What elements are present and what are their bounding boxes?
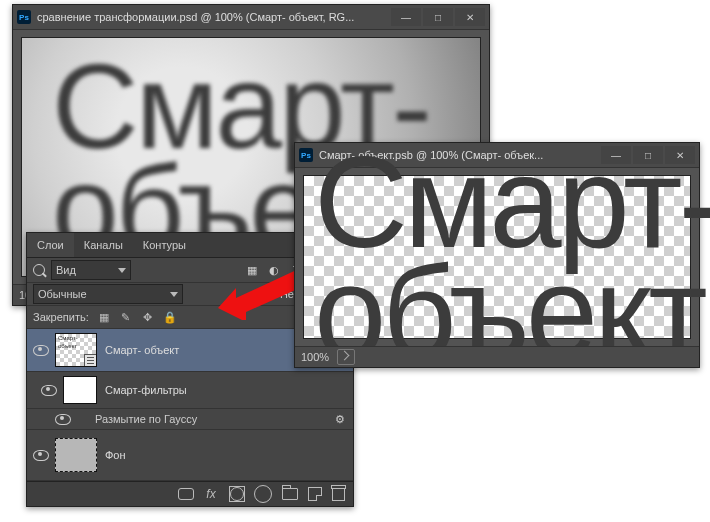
titlebar-main[interactable]: Ps сравнение трансформации.psd @ 100% (С…	[13, 5, 489, 30]
new-layer-icon[interactable]	[308, 487, 322, 501]
visibility-eye-icon[interactable]	[33, 345, 49, 356]
search-icon[interactable]	[33, 264, 45, 276]
delete-layer-icon[interactable]	[332, 488, 345, 501]
visibility-eye-icon[interactable]	[41, 385, 57, 396]
filter-pixel-icon[interactable]: ▦	[245, 263, 259, 277]
layer-smart-filters[interactable]: Смарт-фильтры	[27, 372, 353, 409]
lock-all-icon[interactable]: 🔒	[163, 310, 177, 324]
layer-name[interactable]: Фон	[105, 449, 126, 461]
adjustment-layer-icon[interactable]	[254, 485, 272, 503]
maximize-button[interactable]: □	[423, 8, 453, 26]
visibility-eye-icon[interactable]	[33, 450, 49, 461]
share-icon[interactable]	[337, 349, 355, 365]
panel-footer: fx	[27, 481, 353, 506]
fx-icon[interactable]: fx	[204, 486, 220, 502]
layer-thumbnail[interactable]	[55, 438, 97, 472]
minimize-button[interactable]: —	[391, 8, 421, 26]
blend-mode-value: Обычные	[38, 288, 87, 300]
layer-thumbnail[interactable]: Смарт- объект	[55, 333, 97, 367]
filter-settings-icon[interactable]: ⚙	[333, 412, 347, 426]
tab-layers[interactable]: Слои	[27, 233, 74, 257]
chevron-down-icon	[118, 268, 126, 273]
zoom-value[interactable]: 100%	[301, 351, 329, 363]
filter-adjust-icon[interactable]: ◐	[267, 263, 281, 277]
filter-type-select[interactable]: Вид	[51, 260, 131, 280]
filter-mask-thumbnail[interactable]	[63, 376, 97, 404]
smart-filters-label: Смарт-фильтры	[105, 384, 187, 396]
filter-item-row[interactable]: Размытие по Гауссу ⚙	[27, 409, 353, 430]
layer-name[interactable]: Смарт- объект	[105, 344, 179, 356]
lock-paint-icon[interactable]: ✎	[119, 310, 133, 324]
layer-background[interactable]: Фон	[27, 430, 353, 481]
title-text-main: сравнение трансформации.psd @ 100% (Смар…	[37, 11, 389, 23]
filter-item-name: Размытие по Гауссу	[95, 413, 197, 425]
lock-transparency-icon[interactable]: ▦	[97, 310, 111, 324]
visibility-eye-icon[interactable]	[55, 414, 71, 425]
lock-position-icon[interactable]: ✥	[141, 310, 155, 324]
filter-type-label: Вид	[56, 264, 76, 276]
close-button[interactable]: ✕	[455, 8, 485, 26]
group-icon[interactable]	[282, 488, 298, 500]
link-layers-icon[interactable]	[178, 488, 194, 500]
window-smart-object: Ps Смарт- объект.psb @ 100% (Смарт- объе…	[294, 142, 700, 368]
photoshop-icon: Ps	[299, 148, 313, 162]
photoshop-icon: Ps	[17, 10, 31, 24]
statusbar-smart: 100%	[295, 346, 699, 367]
mask-icon[interactable]	[230, 487, 244, 501]
blend-mode-select[interactable]: Обычные	[33, 284, 183, 304]
lock-label: Закрепить:	[33, 311, 89, 323]
canvas-smart[interactable]: Смарт- объект	[303, 175, 691, 339]
tab-paths[interactable]: Контуры	[133, 233, 196, 257]
chevron-down-icon	[170, 292, 178, 297]
smart-object-badge-icon	[84, 354, 97, 367]
tab-channels[interactable]: Каналы	[74, 233, 133, 257]
